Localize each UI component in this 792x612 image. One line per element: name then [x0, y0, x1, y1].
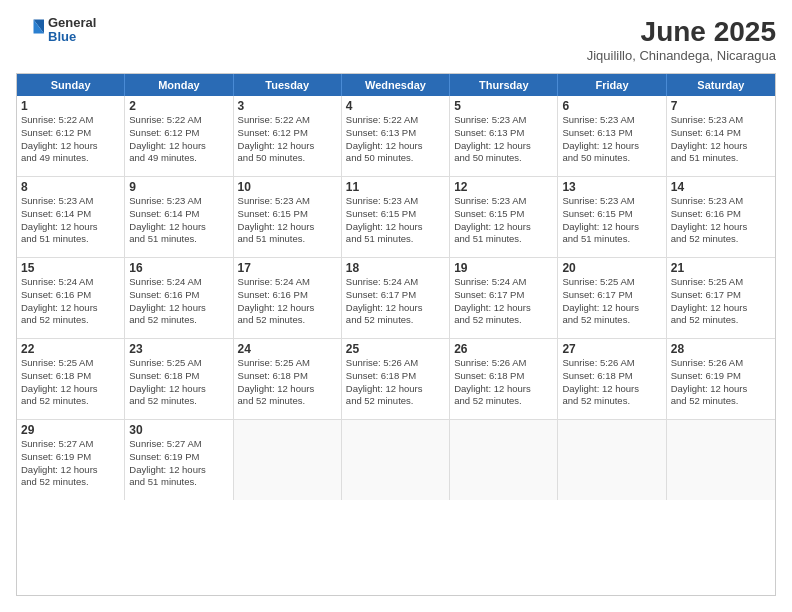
cal-cell-3-4: 18Sunrise: 5:24 AM Sunset: 6:17 PM Dayli…	[342, 258, 450, 338]
header: General Blue June 2025 Jiquilillo, China…	[16, 16, 776, 63]
cal-cell-4-7: 28Sunrise: 5:26 AM Sunset: 6:19 PM Dayli…	[667, 339, 775, 419]
day-number: 22	[21, 342, 120, 356]
day-info: Sunrise: 5:23 AM Sunset: 6:15 PM Dayligh…	[238, 195, 337, 246]
day-info: Sunrise: 5:25 AM Sunset: 6:17 PM Dayligh…	[562, 276, 661, 327]
cal-cell-5-1: 29Sunrise: 5:27 AM Sunset: 6:19 PM Dayli…	[17, 420, 125, 500]
cal-cell-1-6: 6Sunrise: 5:23 AM Sunset: 6:13 PM Daylig…	[558, 96, 666, 176]
cal-cell-1-7: 7Sunrise: 5:23 AM Sunset: 6:14 PM Daylig…	[667, 96, 775, 176]
day-number: 14	[671, 180, 771, 194]
day-number: 5	[454, 99, 553, 113]
cal-cell-2-2: 9Sunrise: 5:23 AM Sunset: 6:14 PM Daylig…	[125, 177, 233, 257]
cal-cell-5-4	[342, 420, 450, 500]
day-info: Sunrise: 5:24 AM Sunset: 6:17 PM Dayligh…	[454, 276, 553, 327]
day-info: Sunrise: 5:23 AM Sunset: 6:15 PM Dayligh…	[562, 195, 661, 246]
day-number: 27	[562, 342, 661, 356]
cal-cell-1-3: 3Sunrise: 5:22 AM Sunset: 6:12 PM Daylig…	[234, 96, 342, 176]
day-info: Sunrise: 5:27 AM Sunset: 6:19 PM Dayligh…	[129, 438, 228, 489]
cal-cell-5-2: 30Sunrise: 5:27 AM Sunset: 6:19 PM Dayli…	[125, 420, 233, 500]
day-number: 17	[238, 261, 337, 275]
cal-cell-4-2: 23Sunrise: 5:25 AM Sunset: 6:18 PM Dayli…	[125, 339, 233, 419]
logo-text: General Blue	[48, 16, 96, 45]
day-number: 25	[346, 342, 445, 356]
cal-cell-2-5: 12Sunrise: 5:23 AM Sunset: 6:15 PM Dayli…	[450, 177, 558, 257]
day-number: 19	[454, 261, 553, 275]
logo: General Blue	[16, 16, 96, 45]
day-info: Sunrise: 5:23 AM Sunset: 6:16 PM Dayligh…	[671, 195, 771, 246]
cal-cell-5-5	[450, 420, 558, 500]
logo-icon	[16, 16, 44, 44]
cal-cell-1-1: 1Sunrise: 5:22 AM Sunset: 6:12 PM Daylig…	[17, 96, 125, 176]
day-number: 23	[129, 342, 228, 356]
calendar-row-5: 29Sunrise: 5:27 AM Sunset: 6:19 PM Dayli…	[17, 420, 775, 500]
cal-cell-2-7: 14Sunrise: 5:23 AM Sunset: 6:16 PM Dayli…	[667, 177, 775, 257]
day-number: 10	[238, 180, 337, 194]
header-thursday: Thursday	[450, 74, 558, 96]
calendar-header: Sunday Monday Tuesday Wednesday Thursday…	[17, 74, 775, 96]
day-number: 7	[671, 99, 771, 113]
day-info: Sunrise: 5:26 AM Sunset: 6:19 PM Dayligh…	[671, 357, 771, 408]
day-info: Sunrise: 5:27 AM Sunset: 6:19 PM Dayligh…	[21, 438, 120, 489]
calendar-row-3: 15Sunrise: 5:24 AM Sunset: 6:16 PM Dayli…	[17, 258, 775, 339]
day-number: 21	[671, 261, 771, 275]
day-number: 9	[129, 180, 228, 194]
day-info: Sunrise: 5:23 AM Sunset: 6:14 PM Dayligh…	[671, 114, 771, 165]
logo-general: General	[48, 16, 96, 30]
calendar: Sunday Monday Tuesday Wednesday Thursday…	[16, 73, 776, 596]
day-info: Sunrise: 5:22 AM Sunset: 6:13 PM Dayligh…	[346, 114, 445, 165]
day-info: Sunrise: 5:26 AM Sunset: 6:18 PM Dayligh…	[562, 357, 661, 408]
day-info: Sunrise: 5:22 AM Sunset: 6:12 PM Dayligh…	[129, 114, 228, 165]
cal-cell-1-2: 2Sunrise: 5:22 AM Sunset: 6:12 PM Daylig…	[125, 96, 233, 176]
day-info: Sunrise: 5:26 AM Sunset: 6:18 PM Dayligh…	[346, 357, 445, 408]
logo-blue: Blue	[48, 30, 96, 44]
day-info: Sunrise: 5:24 AM Sunset: 6:16 PM Dayligh…	[238, 276, 337, 327]
location: Jiquilillo, Chinandega, Nicaragua	[587, 48, 776, 63]
day-number: 13	[562, 180, 661, 194]
day-info: Sunrise: 5:26 AM Sunset: 6:18 PM Dayligh…	[454, 357, 553, 408]
day-info: Sunrise: 5:23 AM Sunset: 6:13 PM Dayligh…	[454, 114, 553, 165]
page: General Blue June 2025 Jiquilillo, China…	[0, 0, 792, 612]
day-info: Sunrise: 5:23 AM Sunset: 6:15 PM Dayligh…	[454, 195, 553, 246]
day-info: Sunrise: 5:24 AM Sunset: 6:17 PM Dayligh…	[346, 276, 445, 327]
day-info: Sunrise: 5:25 AM Sunset: 6:18 PM Dayligh…	[129, 357, 228, 408]
day-number: 24	[238, 342, 337, 356]
day-info: Sunrise: 5:22 AM Sunset: 6:12 PM Dayligh…	[21, 114, 120, 165]
cal-cell-3-1: 15Sunrise: 5:24 AM Sunset: 6:16 PM Dayli…	[17, 258, 125, 338]
day-info: Sunrise: 5:23 AM Sunset: 6:14 PM Dayligh…	[129, 195, 228, 246]
day-info: Sunrise: 5:22 AM Sunset: 6:12 PM Dayligh…	[238, 114, 337, 165]
cal-cell-4-6: 27Sunrise: 5:26 AM Sunset: 6:18 PM Dayli…	[558, 339, 666, 419]
cal-cell-3-3: 17Sunrise: 5:24 AM Sunset: 6:16 PM Dayli…	[234, 258, 342, 338]
cal-cell-5-6	[558, 420, 666, 500]
cal-cell-1-4: 4Sunrise: 5:22 AM Sunset: 6:13 PM Daylig…	[342, 96, 450, 176]
cal-cell-5-7	[667, 420, 775, 500]
day-number: 30	[129, 423, 228, 437]
day-number: 29	[21, 423, 120, 437]
title-section: June 2025 Jiquilillo, Chinandega, Nicara…	[587, 16, 776, 63]
day-info: Sunrise: 5:24 AM Sunset: 6:16 PM Dayligh…	[21, 276, 120, 327]
day-number: 28	[671, 342, 771, 356]
cal-cell-2-6: 13Sunrise: 5:23 AM Sunset: 6:15 PM Dayli…	[558, 177, 666, 257]
cal-cell-1-5: 5Sunrise: 5:23 AM Sunset: 6:13 PM Daylig…	[450, 96, 558, 176]
header-sunday: Sunday	[17, 74, 125, 96]
calendar-body: 1Sunrise: 5:22 AM Sunset: 6:12 PM Daylig…	[17, 96, 775, 500]
day-number: 1	[21, 99, 120, 113]
cal-cell-2-4: 11Sunrise: 5:23 AM Sunset: 6:15 PM Dayli…	[342, 177, 450, 257]
cal-cell-3-7: 21Sunrise: 5:25 AM Sunset: 6:17 PM Dayli…	[667, 258, 775, 338]
header-wednesday: Wednesday	[342, 74, 450, 96]
cal-cell-4-4: 25Sunrise: 5:26 AM Sunset: 6:18 PM Dayli…	[342, 339, 450, 419]
month-title: June 2025	[587, 16, 776, 48]
day-info: Sunrise: 5:23 AM Sunset: 6:14 PM Dayligh…	[21, 195, 120, 246]
day-number: 6	[562, 99, 661, 113]
day-info: Sunrise: 5:25 AM Sunset: 6:17 PM Dayligh…	[671, 276, 771, 327]
calendar-row-4: 22Sunrise: 5:25 AM Sunset: 6:18 PM Dayli…	[17, 339, 775, 420]
cal-cell-4-3: 24Sunrise: 5:25 AM Sunset: 6:18 PM Dayli…	[234, 339, 342, 419]
day-number: 15	[21, 261, 120, 275]
day-number: 26	[454, 342, 553, 356]
calendar-row-1: 1Sunrise: 5:22 AM Sunset: 6:12 PM Daylig…	[17, 96, 775, 177]
day-number: 2	[129, 99, 228, 113]
cal-cell-2-3: 10Sunrise: 5:23 AM Sunset: 6:15 PM Dayli…	[234, 177, 342, 257]
cal-cell-4-5: 26Sunrise: 5:26 AM Sunset: 6:18 PM Dayli…	[450, 339, 558, 419]
cal-cell-3-5: 19Sunrise: 5:24 AM Sunset: 6:17 PM Dayli…	[450, 258, 558, 338]
day-number: 12	[454, 180, 553, 194]
day-info: Sunrise: 5:25 AM Sunset: 6:18 PM Dayligh…	[21, 357, 120, 408]
cal-cell-4-1: 22Sunrise: 5:25 AM Sunset: 6:18 PM Dayli…	[17, 339, 125, 419]
